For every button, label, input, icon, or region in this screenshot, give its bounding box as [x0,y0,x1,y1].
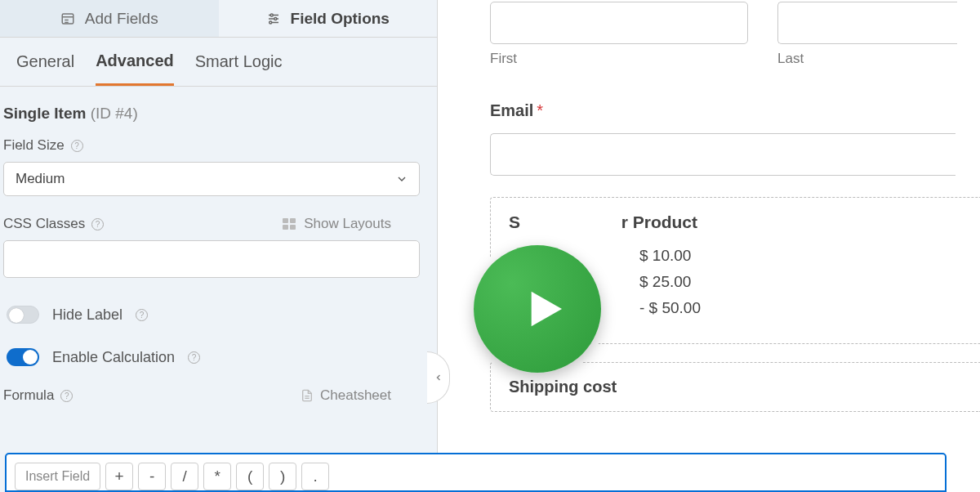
help-icon[interactable]: ? [91,218,104,230]
enable-calculation-text: Enable Calculation [52,349,175,366]
subtab-advanced[interactable]: Advanced [96,51,174,86]
css-classes-input[interactable] [3,240,420,278]
panel-top-tabs: Add Fields Field Options [0,0,437,38]
product-title: S r Product [509,212,962,232]
sliders-icon [266,11,281,26]
help-icon[interactable]: ? [71,140,83,152]
grid-icon [283,218,296,230]
last-name-input[interactable] [777,2,957,44]
subtab-smart-logic[interactable]: Smart Logic [195,52,283,84]
formula-header: Formula ? Cheatsheet [0,387,437,412]
insert-field-button[interactable]: Insert Field [15,463,100,490]
field-size-group: Field Size ? Medium [0,137,437,216]
product-option-2[interactable]: $ 25.00 [639,273,962,291]
product-option-1[interactable]: $ 10.00 [639,247,962,265]
product-option-3[interactable]: - $ 50.00 [639,299,962,317]
op-multiply-button[interactable]: * [203,463,231,490]
css-classes-group: CSS Classes ? Show Layouts [0,216,437,297]
product-title-left: S [509,212,520,231]
op-minus-button[interactable]: - [138,463,166,490]
help-icon[interactable]: ? [60,390,73,402]
form-icon [60,11,75,26]
op-paren-open-button[interactable]: ( [236,463,264,490]
show-layouts-label: Show Layouts [304,216,391,232]
required-asterisk: * [537,101,543,119]
section-header: Single Item (ID #4) [0,105,437,137]
enable-calculation-row: Enable Calculation ? [0,340,437,387]
hide-label-row: Hide Label ? [0,297,437,340]
first-name-sublabel: First [490,51,748,67]
formula-label: Formula [3,387,54,404]
cheatsheet-label: Cheatsheet [320,387,391,404]
svg-marker-12 [532,292,562,327]
email-label: Email* [490,101,980,120]
play-button[interactable] [474,245,601,373]
help-icon[interactable]: ? [188,351,200,364]
css-classes-label: CSS Classes [3,216,85,232]
product-title-right: r Product [621,212,697,231]
svg-point-5 [270,14,273,16]
tab-add-fields[interactable]: Add Fields [0,0,219,37]
form-preview: First Last Email* S r Product $ 10.00 $ … [438,0,980,492]
last-name-sublabel: Last [777,51,980,67]
field-size-value: Medium [16,171,65,187]
svg-point-7 [274,17,276,20]
panel-sub-tabs: General Advanced Smart Logic [0,38,437,87]
field-options-panel: Add Fields Field Options General Advance… [0,0,438,492]
svg-point-9 [269,21,271,24]
help-icon[interactable]: ? [136,309,148,321]
document-icon [301,388,314,403]
op-dot-button[interactable]: . [301,463,329,490]
play-icon [506,283,568,335]
tab-field-options[interactable]: Field Options [219,0,438,37]
cheatsheet-link[interactable]: Cheatsheet [301,387,391,404]
email-label-text: Email [490,101,533,119]
email-input[interactable] [490,133,956,176]
hide-label-toggle[interactable] [7,306,39,324]
field-size-select[interactable]: Medium [3,162,420,196]
op-divide-button[interactable]: / [171,463,198,490]
first-name-input[interactable] [490,2,748,44]
op-paren-close-button[interactable]: ) [269,463,296,490]
section-id: (ID #4) [91,105,138,122]
subtab-general[interactable]: General [16,52,74,84]
tab-add-fields-label: Add Fields [85,10,158,28]
shipping-label: Shipping cost [509,378,962,396]
op-plus-button[interactable]: + [105,463,133,490]
shipping-box: Shipping cost [490,362,980,412]
hide-label-text: Hide Label [52,306,122,324]
show-layouts-link[interactable]: Show Layouts [283,216,391,232]
name-row: First Last [490,2,980,67]
field-size-label: Field Size [3,137,65,154]
enable-calculation-toggle[interactable] [7,348,39,366]
tab-field-options-label: Field Options [291,10,390,28]
section-title: Single Item [3,105,86,122]
